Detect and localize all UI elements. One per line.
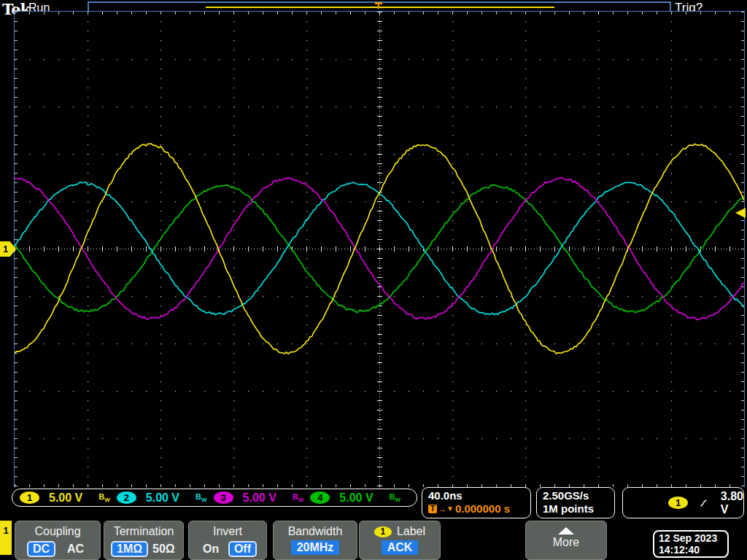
channel4-bandwidth-limit-icon: BW: [390, 492, 401, 503]
timebase-readout: 40.0ns T→▼0.000000 s: [422, 487, 531, 518]
coupling-ac-option[interactable]: AC: [63, 542, 88, 556]
softkey-menu-bar: 1 Coupling DC AC Termination 1MΩ 50Ω Inv…: [0, 521, 747, 560]
channel4-badge: 4: [310, 491, 330, 504]
channel2-bandwidth-limit-icon: BW: [196, 492, 207, 503]
more-label: More: [526, 536, 606, 549]
invert-button[interactable]: Invert On Off: [188, 521, 267, 560]
termination-button[interactable]: Termination 1MΩ 50Ω: [104, 521, 184, 560]
channel2-scale: 5.00 V: [146, 491, 179, 505]
graticule: [14, 11, 745, 488]
channel-readouts: 1 5.00 V BW 2 5.00 V BW 3 5.00 V BW 4 5.…: [12, 489, 417, 507]
arrow-right-icon: →: [438, 502, 446, 516]
triangle-down-icon: ▼: [446, 502, 454, 516]
trigger-position-value: 0.000000 s: [455, 502, 510, 516]
label-button[interactable]: 1 Label ACK: [359, 521, 441, 560]
record-trigger-position-icon: [375, 2, 382, 9]
bandwidth-title: Bandwidth: [274, 525, 357, 538]
channel1-bandwidth-limit-icon: BW: [98, 492, 110, 503]
readout-bar: 1 5.00 V BW 2 5.00 V BW 3 5.00 V BW 4 5.…: [0, 487, 747, 521]
coupling-button[interactable]: Coupling DC AC: [15, 521, 101, 560]
menu-channel-tab[interactable]: 1: [0, 521, 12, 555]
channel3-scale: 5.00 V: [243, 491, 276, 505]
invert-on-option[interactable]: On: [198, 542, 223, 556]
channel1-scale: 5.00 V: [49, 491, 82, 505]
trigger-readout: 1 3.80 V: [622, 487, 744, 518]
channel3-badge: 3: [214, 491, 233, 504]
termination-title: Termination: [104, 525, 183, 538]
label-value: ACK: [382, 540, 419, 555]
sample-rate: 2.50GS/s: [543, 489, 614, 502]
trigger-level-arrow-icon: [735, 208, 746, 218]
waveform-canvas: [15, 12, 744, 487]
channel1-badge: 1: [20, 491, 39, 504]
label-channel-badge: 1: [374, 526, 392, 537]
bandwidth-value: 20MHz: [291, 540, 340, 555]
bandwidth-button[interactable]: Bandwidth 20MHz: [273, 521, 357, 560]
channel3-bandwidth-limit-icon: BW: [293, 492, 304, 503]
trigger-position-readout: T→▼0.000000 s: [428, 502, 530, 516]
trigger-t-icon: T: [428, 505, 437, 513]
oscilloscope-screen: Tek Run Trig? T 1 1 5.00 V BW 2 5.00 V B…: [0, 0, 747, 560]
time-value: 14:12:40: [659, 544, 727, 556]
more-button[interactable]: More: [525, 521, 607, 560]
channel4-scale: 5.00 V: [339, 491, 373, 505]
invert-off-option[interactable]: Off: [228, 541, 257, 557]
termination-1mohm-option[interactable]: 1MΩ: [111, 541, 148, 557]
channel2-badge: 2: [117, 491, 136, 504]
chevron-up-icon: [558, 527, 574, 534]
datetime-display: 12 Sep 2023 14:12:40: [653, 530, 729, 558]
trigger-source-badge: 1: [668, 497, 688, 509]
record-length: 1M points: [543, 502, 614, 516]
coupling-title: Coupling: [15, 525, 100, 538]
acquisition-readout: 2.50GS/s 1M points: [536, 487, 615, 518]
termination-50ohm-option[interactable]: 50Ω: [148, 542, 179, 556]
trigger-level-value: 3.80 V: [721, 490, 743, 516]
invert-title: Invert: [189, 525, 266, 538]
rising-edge-slope-icon: [700, 497, 708, 509]
coupling-dc-option[interactable]: DC: [27, 541, 55, 557]
date-value: 12 Sep 2023: [659, 532, 727, 544]
timebase-scale: 40.0ns: [428, 489, 530, 502]
label-title: Label: [397, 525, 425, 538]
